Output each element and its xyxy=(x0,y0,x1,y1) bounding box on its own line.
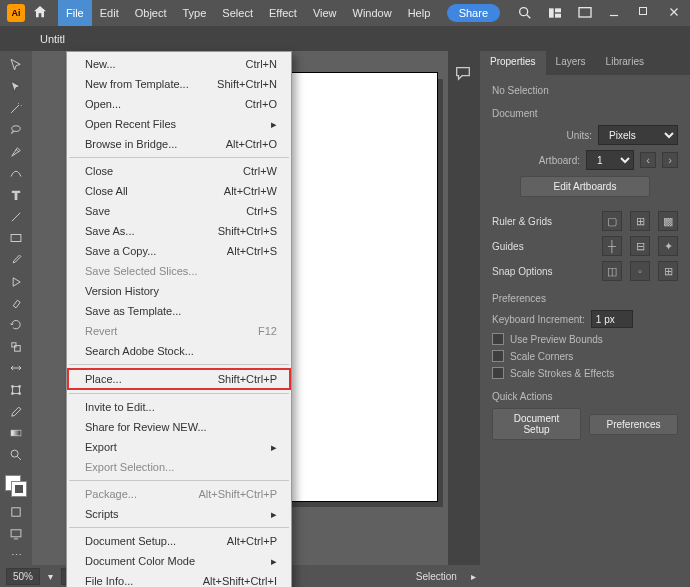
menu-file[interactable]: File xyxy=(58,0,92,26)
search-icon[interactable] xyxy=(517,5,533,21)
svg-rect-7 xyxy=(11,235,21,242)
free-transform-tool-icon[interactable] xyxy=(4,380,28,400)
menu-window[interactable]: Window xyxy=(345,0,400,26)
file-menu-invite-to-edit[interactable]: Invite to Edit... xyxy=(67,397,291,417)
svg-point-6 xyxy=(12,126,20,132)
panel-tab-layers[interactable]: Layers xyxy=(546,51,596,75)
gradient-tool-icon[interactable] xyxy=(4,423,28,443)
line-tool-icon[interactable] xyxy=(4,207,28,227)
file-menu-save[interactable]: SaveCtrl+S xyxy=(67,201,291,221)
draw-mode-icon[interactable] xyxy=(4,502,28,522)
artboard-prev-icon[interactable]: ‹ xyxy=(640,152,656,168)
title-bar: Ai FileEditObjectTypeSelectEffectViewWin… xyxy=(0,0,690,26)
scale-corners-checkbox[interactable]: Scale Corners xyxy=(492,350,678,362)
file-menu-share-for-review-new[interactable]: Share for Review NEW... xyxy=(67,417,291,437)
file-menu-file-info[interactable]: File Info...Alt+Shift+Ctrl+I xyxy=(67,571,291,587)
menu-separator xyxy=(69,393,289,394)
menu-edit[interactable]: Edit xyxy=(92,0,127,26)
eraser-tool-icon[interactable] xyxy=(4,293,28,313)
panel-tab-properties[interactable]: Properties xyxy=(480,51,546,75)
menu-type[interactable]: Type xyxy=(175,0,215,26)
file-menu-document-color-mode[interactable]: Document Color Mode▸ xyxy=(67,551,291,571)
smart-guides-icon[interactable]: ✦ xyxy=(658,236,678,256)
menu-effect[interactable]: Effect xyxy=(261,0,305,26)
menu-help[interactable]: Help xyxy=(400,0,439,26)
svg-point-14 xyxy=(18,392,20,394)
scale-strokes-checkbox[interactable]: Scale Strokes & Effects xyxy=(492,367,678,379)
file-menu-browse-in-bridge[interactable]: Browse in Bridge...Alt+Ctrl+O xyxy=(67,134,291,154)
screen-mode-icon[interactable] xyxy=(4,524,28,544)
menu-select[interactable]: Select xyxy=(214,0,261,26)
close-icon[interactable] xyxy=(667,5,683,21)
scale-tool-icon[interactable] xyxy=(4,337,28,357)
menu-view[interactable]: View xyxy=(305,0,345,26)
panel-tab-libraries[interactable]: Libraries xyxy=(596,51,654,75)
paintbrush-tool-icon[interactable] xyxy=(4,250,28,270)
file-menu-place[interactable]: Place...Shift+Ctrl+P xyxy=(67,368,291,390)
guides-lock-icon[interactable]: ⊟ xyxy=(630,236,650,256)
ruler-icon[interactable]: ▢ xyxy=(602,211,622,231)
menu-separator xyxy=(69,157,289,158)
grid-icon[interactable]: ⊞ xyxy=(630,211,650,231)
file-menu-close-all[interactable]: Close AllAlt+Ctrl+W xyxy=(67,181,291,201)
file-menu-export-selection: Export Selection... xyxy=(67,457,291,477)
type-tool-icon[interactable] xyxy=(4,185,28,205)
units-select[interactable]: Pixels xyxy=(598,125,678,145)
menu-object[interactable]: Object xyxy=(127,0,175,26)
status-dropdown-icon[interactable]: ▸ xyxy=(471,571,476,582)
preferences-button[interactable]: Preferences xyxy=(589,414,678,435)
svg-point-16 xyxy=(11,450,18,457)
share-button[interactable]: Share xyxy=(447,4,500,22)
direct-selection-tool-icon[interactable] xyxy=(4,77,28,97)
width-tool-icon[interactable] xyxy=(4,358,28,378)
keyboard-increment-input[interactable] xyxy=(591,310,633,328)
snap-pixel-icon[interactable]: ◫ xyxy=(602,261,622,281)
artboard-select[interactable]: 1 xyxy=(586,150,634,170)
file-menu-open-recent-files[interactable]: Open Recent Files▸ xyxy=(67,114,291,134)
edit-artboards-button[interactable]: Edit Artboards xyxy=(520,176,650,197)
file-menu-search-adobe-stock[interactable]: Search Adobe Stock... xyxy=(67,341,291,361)
document-tab[interactable]: Untitl xyxy=(40,33,65,45)
file-menu-new[interactable]: New...Ctrl+N xyxy=(67,54,291,74)
maximize-icon[interactable] xyxy=(637,5,653,21)
use-preview-bounds-checkbox[interactable]: Use Preview Bounds xyxy=(492,333,678,345)
fill-stroke-swatches[interactable] xyxy=(3,473,29,494)
pen-tool-icon[interactable] xyxy=(4,142,28,162)
file-menu-scripts[interactable]: Scripts▸ xyxy=(67,504,291,524)
file-menu-close[interactable]: CloseCtrl+W xyxy=(67,161,291,181)
document-setup-button[interactable]: Document Setup xyxy=(492,408,581,440)
zoom-field[interactable]: 50% xyxy=(6,568,40,585)
file-menu-version-history[interactable]: Version History xyxy=(67,281,291,301)
artboard-next-icon[interactable]: › xyxy=(662,152,678,168)
file-menu-save-a-copy[interactable]: Save a Copy...Alt+Ctrl+S xyxy=(67,241,291,261)
snap-grid-icon[interactable]: ⊞ xyxy=(658,261,678,281)
workspace-icon[interactable] xyxy=(577,5,593,21)
minimize-icon[interactable] xyxy=(607,5,623,21)
arrange-windows-icon[interactable] xyxy=(547,5,563,21)
eyedropper-tool-icon[interactable] xyxy=(4,402,28,422)
selection-tool-icon[interactable] xyxy=(4,55,28,75)
transparency-grid-icon[interactable]: ▩ xyxy=(658,211,678,231)
guides-visibility-icon[interactable]: ┼ xyxy=(602,236,622,256)
file-menu-export[interactable]: Export▸ xyxy=(67,437,291,457)
shaper-tool-icon[interactable] xyxy=(4,272,28,292)
comments-panel-icon[interactable] xyxy=(454,64,474,84)
zoom-tool-icon[interactable] xyxy=(4,445,28,465)
rotate-tool-icon[interactable] xyxy=(4,315,28,335)
magic-wand-tool-icon[interactable] xyxy=(4,98,28,118)
file-menu-save-as[interactable]: Save As...Shift+Ctrl+S xyxy=(67,221,291,241)
home-icon[interactable] xyxy=(32,4,50,22)
file-menu-open[interactable]: Open...Ctrl+O xyxy=(67,94,291,114)
edit-toolbar-icon[interactable]: ⋯ xyxy=(4,545,28,565)
svg-rect-8 xyxy=(12,342,16,346)
units-label: Units: xyxy=(566,130,592,141)
file-menu-document-setup[interactable]: Document Setup...Alt+Ctrl+P xyxy=(67,531,291,551)
svg-rect-3 xyxy=(555,14,561,18)
curvature-tool-icon[interactable] xyxy=(4,163,28,183)
rectangle-tool-icon[interactable] xyxy=(4,228,28,248)
file-menu-save-as-template[interactable]: Save as Template... xyxy=(67,301,291,321)
snap-point-icon[interactable]: ◦ xyxy=(630,261,650,281)
lasso-tool-icon[interactable] xyxy=(4,120,28,140)
file-menu-new-from-template[interactable]: New from Template...Shift+Ctrl+N xyxy=(67,74,291,94)
zoom-dropdown-icon[interactable]: ▾ xyxy=(48,571,53,582)
